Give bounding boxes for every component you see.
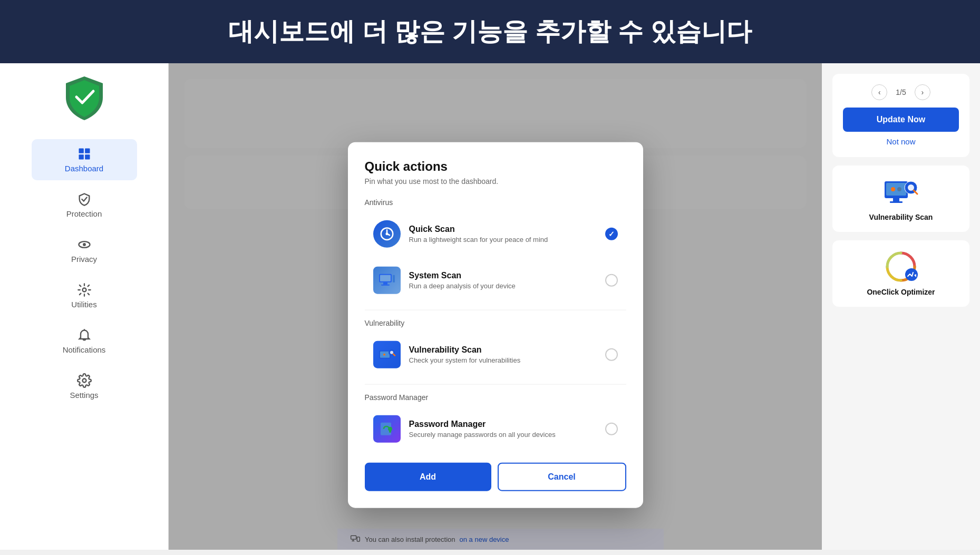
svg-point-6 — [82, 288, 86, 292]
svg-rect-14 — [381, 284, 390, 285]
grid-icon — [77, 147, 92, 161]
system-scan-option[interactable]: System Scan Run a deep analysis of your … — [365, 259, 626, 301]
divider-2 — [365, 384, 626, 384]
system-scan-svg — [378, 272, 396, 287]
svg-rect-12 — [380, 275, 391, 281]
bell-icon — [77, 328, 92, 343]
quick-scan-option[interactable]: Quick Scan Run a lightweight scan for yo… — [365, 212, 626, 255]
shield-nav-icon — [77, 192, 92, 207]
sidebar-item-utilities[interactable]: Utilities — [32, 275, 137, 316]
oneclick-optimizer-card[interactable]: OneClick Optimizer — [832, 240, 969, 307]
oneclick-svg — [882, 251, 919, 283]
password-manager-text: Password Manager Securely manage passwor… — [409, 419, 605, 438]
sidebar-item-dashboard-label: Dashboard — [65, 164, 103, 173]
quick-scan-svg — [379, 226, 395, 241]
vuln-scan-svg — [378, 347, 396, 362]
svg-rect-1 — [85, 149, 90, 153]
vulnerability-scan-card-icon — [882, 176, 919, 208]
pagination-next[interactable]: › — [915, 84, 930, 100]
sidebar-item-privacy[interactable]: Privacy — [32, 230, 137, 271]
right-panel: ‹ 1/5 › Update Now Not now — [822, 63, 980, 550]
sidebar-item-settings-label: Settings — [70, 391, 98, 400]
password-manager-section-label: Password Manager — [365, 393, 626, 401]
sidebar-logo — [63, 74, 105, 123]
svg-point-5 — [83, 243, 86, 246]
password-manager-radio[interactable] — [605, 422, 618, 435]
svg-rect-30 — [886, 183, 906, 196]
system-scan-radio[interactable] — [605, 274, 618, 286]
vulnerability-scan-radio[interactable] — [605, 348, 618, 361]
divider-1 — [365, 309, 626, 310]
system-scan-title: System Scan — [409, 270, 605, 280]
password-manager-title: Password Manager — [409, 419, 605, 429]
sidebar-item-dashboard[interactable]: Dashboard — [32, 139, 137, 180]
system-scan-desc: Run a deep analysis of your device — [409, 281, 605, 289]
not-now-button[interactable]: Not now — [886, 137, 915, 146]
svg-rect-15 — [393, 275, 395, 282]
vuln-scan-small-icon — [373, 340, 401, 368]
quick-scan-title: Quick Scan — [409, 224, 605, 233]
password-manager-svg — [379, 420, 395, 437]
vulnerability-scan-card-label: Vulnerability Scan — [843, 213, 959, 221]
vulnerability-scan-option[interactable]: Vulnerability Scan Check your system for… — [365, 333, 626, 375]
password-manager-desc: Securely manage passwords on all your de… — [409, 430, 605, 438]
add-button[interactable]: Add — [365, 462, 491, 491]
korean-banner: 대시보드에 더 많은 기능을 추가할 수 있습니다 — [0, 0, 980, 63]
oneclick-optimizer-label: OneClick Optimizer — [843, 288, 959, 296]
utilities-icon — [77, 283, 92, 297]
svg-point-8 — [82, 379, 86, 383]
sidebar-item-utilities-label: Utilities — [71, 300, 96, 309]
update-now-button[interactable]: Update Now — [843, 108, 959, 132]
svg-rect-3 — [85, 154, 90, 159]
svg-line-20 — [393, 354, 395, 355]
modal-subtitle: Pin what you use most to the dashboard. — [365, 177, 626, 185]
shield-logo-icon — [63, 74, 105, 121]
vulnerability-section-label: Vulnerability — [365, 318, 626, 327]
svg-point-19 — [390, 350, 393, 354]
cancel-button[interactable]: Cancel — [498, 462, 626, 491]
svg-rect-0 — [79, 149, 83, 153]
quick-scan-desc: Run a lightweight scan for your peace of… — [409, 235, 605, 243]
password-manager-option[interactable]: Password Manager Securely manage passwor… — [365, 407, 626, 450]
quick-actions-modal: Quick actions Pin what you use most to t… — [348, 142, 643, 508]
sidebar-item-notifications-label: Notifications — [63, 345, 106, 354]
sidebar-item-privacy-label: Privacy — [71, 255, 97, 264]
oneclick-optimizer-icon — [882, 251, 919, 283]
sidebar-item-protection[interactable]: Protection — [32, 184, 137, 226]
sidebar-item-notifications[interactable]: Notifications — [32, 320, 137, 362]
svg-point-10 — [385, 232, 388, 235]
modal-title: Quick actions — [365, 159, 626, 173]
app-container: Dashboard Protection Privacy Utilities — [0, 63, 980, 550]
svg-point-37 — [897, 187, 901, 191]
update-card: ‹ 1/5 › Update Now Not now — [832, 74, 969, 157]
pagination-row: ‹ 1/5 › — [843, 84, 959, 100]
vulnerability-scan-text: Vulnerability Scan Check your system for… — [409, 345, 605, 364]
svg-rect-2 — [79, 154, 83, 159]
system-scan-text: System Scan Run a deep analysis of your … — [409, 270, 605, 289]
eye-icon — [77, 237, 92, 252]
quick-scan-icon — [373, 220, 401, 247]
vulnerability-scan-card[interactable]: Vulnerability Scan — [832, 165, 969, 232]
sidebar: Dashboard Protection Privacy Utilities — [0, 63, 169, 550]
svg-rect-13 — [383, 282, 387, 284]
vulnerability-scan-desc: Check your system for vulnerabilities — [409, 356, 605, 364]
sidebar-item-protection-label: Protection — [66, 209, 102, 218]
svg-point-36 — [891, 187, 895, 191]
vulnerability-scan-title: Vulnerability Scan — [409, 345, 605, 354]
pagination-text: 1/5 — [896, 88, 906, 96]
password-manager-icon — [373, 415, 401, 442]
svg-rect-32 — [890, 201, 903, 203]
antivirus-section-label: Antivirus — [365, 198, 626, 206]
svg-rect-24 — [389, 430, 391, 432]
svg-rect-31 — [893, 198, 899, 201]
modal-footer: Add Cancel — [365, 462, 626, 491]
quick-scan-text: Quick Scan Run a lightweight scan for yo… — [409, 224, 605, 243]
svg-point-21 — [383, 353, 385, 355]
system-scan-icon — [373, 266, 401, 294]
gear-icon — [77, 373, 92, 388]
quick-scan-radio[interactable] — [605, 227, 618, 240]
sidebar-item-settings[interactable]: Settings — [32, 366, 137, 407]
pagination-prev[interactable]: ‹ — [871, 84, 887, 100]
vuln-scan-large-svg — [882, 176, 919, 208]
main-content: Quick actions Pin what you use most to t… — [169, 63, 822, 550]
